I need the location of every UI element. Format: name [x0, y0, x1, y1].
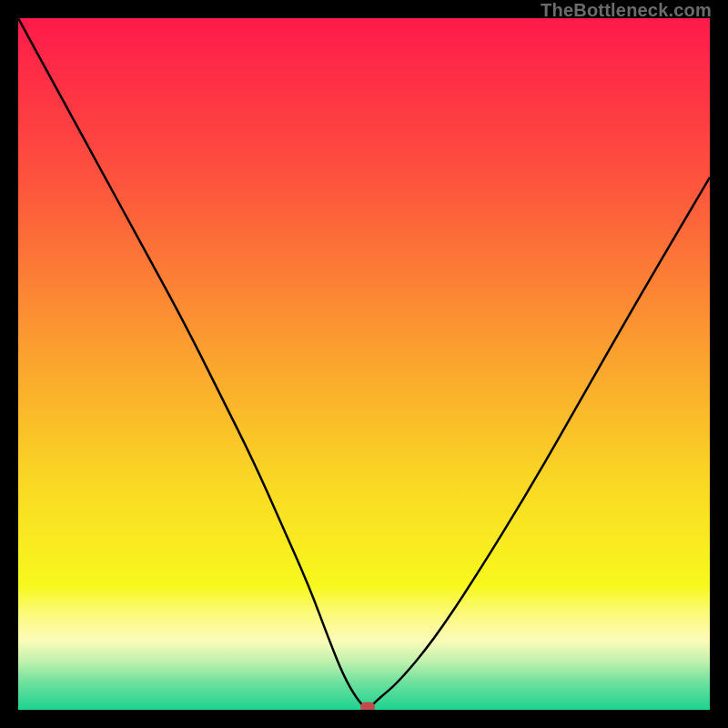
optimum-marker: [360, 703, 375, 711]
chart-frame: TheBottleneck.com: [0, 0, 728, 728]
plot-area: [18, 18, 710, 710]
curve-layer: [18, 18, 710, 710]
bottleneck-curve: [18, 18, 710, 707]
